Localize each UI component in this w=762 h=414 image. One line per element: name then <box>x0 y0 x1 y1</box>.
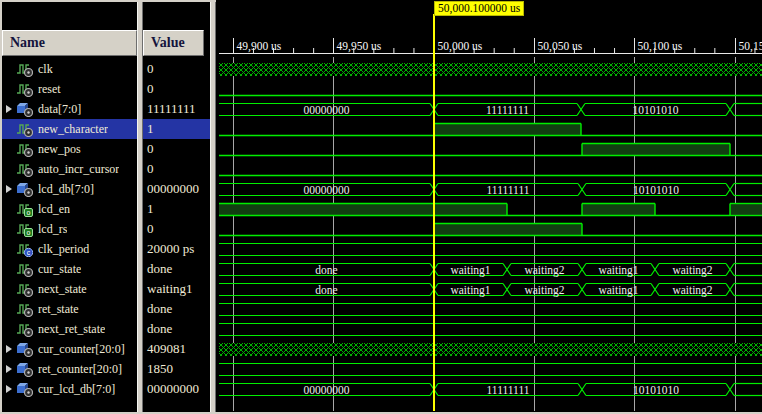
expand-arrow[interactable] <box>2 385 16 393</box>
signal-row-reset[interactable]: reset <box>2 79 137 99</box>
signal-value-cur_state[interactable]: done <box>143 259 210 279</box>
signal-name: cur_state <box>38 259 81 279</box>
value-column-header: Value <box>143 30 204 56</box>
svg-text:c: c <box>27 249 31 256</box>
signal-value-new_character[interactable]: 1 <box>143 119 210 139</box>
bus-value-label: 11111111 <box>486 384 529 396</box>
signal-row-new_pos[interactable]: new_pos <box>2 139 137 159</box>
panel-splitter[interactable] <box>137 0 143 414</box>
waveform-row-lcd_rs <box>219 223 762 236</box>
signal-row-data[7:0][interactable]: data[7:0] <box>2 99 137 119</box>
signal-name: clk <box>38 59 53 79</box>
waveform-row-clk_period <box>219 244 762 256</box>
signal-row-clk_period[interactable]: cclk_period <box>2 239 137 259</box>
bus-value-label: 10101010 <box>633 384 679 396</box>
signal-name-panel: clkresetdata[7:0]new_characternew_posaut… <box>2 0 137 414</box>
signal-value-ret_counter[20:0][interactable]: 1850 <box>143 359 210 379</box>
signal-row-next_state[interactable]: next_state <box>2 279 137 299</box>
bit-internal-icon <box>16 62 34 76</box>
signal-value-new_pos[interactable]: 0 <box>143 139 210 159</box>
signal-row-auto_incr_cursor[interactable]: auto_incr_cursor <box>2 159 137 179</box>
signal-value-reset[interactable]: 0 <box>143 79 210 99</box>
window-border-top <box>0 0 216 2</box>
bus-value-label: waiting1 <box>450 284 490 297</box>
expand-arrow[interactable] <box>2 345 16 353</box>
signal-row-lcd_db[7:0][interactable]: lcd_db[7:0] <box>2 179 137 199</box>
bit-internal-icon <box>16 122 34 136</box>
signal-row-next_ret_state[interactable]: next_ret_state <box>2 319 137 339</box>
waveform-row-lcd_en <box>219 203 762 216</box>
bus-value-label: 11111111 <box>486 184 529 196</box>
axis-tick-label: 50,100 us <box>638 40 683 53</box>
window-border-left <box>0 0 2 414</box>
expand-arrow[interactable] <box>2 185 16 193</box>
signal-row-ret_counter[20:0][interactable]: ret_counter[20:0] <box>2 359 137 379</box>
signal-row-clk[interactable]: clk <box>2 59 137 79</box>
signal-name: reset <box>38 79 61 99</box>
bus-value-label: waiting1 <box>598 284 638 297</box>
signal-value: 1 <box>143 199 154 219</box>
signal-row-lcd_rs[interactable]: olcd_rs <box>2 219 137 239</box>
waveform-panel: 0000000011111111101010100000000011111111… <box>216 0 762 414</box>
waveform-row-data[7:0]: 000000001111111110101010 <box>219 104 762 116</box>
signal-value-lcd_en[interactable]: 1 <box>143 199 210 219</box>
bus-value-label: waiting2 <box>672 264 712 277</box>
signal-value-cur_counter[20:0][interactable]: 409081 <box>143 339 210 359</box>
signal-value-lcd_rs[interactable]: 0 <box>143 219 210 239</box>
signal-value-clk_period[interactable]: 20000 ps <box>143 239 210 259</box>
axis-tick-label: 50,150 us <box>739 40 762 53</box>
signal-value-cur_lcd_db[7:0][interactable]: 00000000 <box>143 379 210 399</box>
bit-internal-icon <box>16 262 34 276</box>
bit-const-icon: c <box>16 242 34 256</box>
signal-row-new_character[interactable]: new_character <box>2 119 137 139</box>
signal-value-next_ret_state[interactable]: done <box>143 319 210 339</box>
name-header-label: Name <box>10 35 45 50</box>
panel-splitter[interactable] <box>210 0 216 414</box>
expand-arrow[interactable] <box>2 105 16 113</box>
svg-text:o: o <box>27 209 31 216</box>
signal-row-lcd_en[interactable]: olcd_en <box>2 199 137 219</box>
signal-value-data[7:0][interactable]: 11111111 <box>143 99 210 119</box>
signal-name: new_pos <box>38 139 81 159</box>
bus-icon <box>16 102 34 116</box>
bus-value-label: waiting2 <box>672 284 712 297</box>
cursor-time-label: 50,000.100000 us <box>434 1 524 16</box>
bus-value-label: waiting2 <box>524 264 564 277</box>
bus-value-label: 11111111 <box>486 104 529 116</box>
bus-icon <box>16 362 34 376</box>
signal-row-cur_state[interactable]: cur_state <box>2 259 137 279</box>
signal-value-clk[interactable]: 0 <box>143 59 210 79</box>
waveform-canvas[interactable]: 0000000011111111101010100000000011111111… <box>216 0 762 414</box>
bit-internal-icon <box>16 282 34 296</box>
signal-value-auto_incr_cursor[interactable]: 0 <box>143 159 210 179</box>
signal-row-cur_counter[20:0][interactable]: cur_counter[20:0] <box>2 339 137 359</box>
waveform-row-clk <box>219 63 762 76</box>
signal-value-lcd_db[7:0][interactable]: 00000000 <box>143 179 210 199</box>
bit-internal-icon <box>16 142 34 156</box>
waveform-row-lcd_db[7:0]: 000000001111111110101010 <box>219 184 762 196</box>
signal-name: lcd_db[7:0] <box>38 179 94 199</box>
axis-tick-label: 50,000 us <box>438 40 483 53</box>
signal-name: cur_lcd_db[7:0] <box>38 379 115 399</box>
expand-arrow[interactable] <box>2 365 16 373</box>
waveform-row-new_pos <box>219 143 762 156</box>
signal-value: 0 <box>143 139 154 159</box>
bus-value-label: 10101010 <box>633 104 679 116</box>
bus-value-label: 00000000 <box>304 184 350 196</box>
signal-value: 11111111 <box>143 99 196 119</box>
signal-row-ret_state[interactable]: ret_state <box>2 299 137 319</box>
name-column-header: Name <box>2 30 137 56</box>
waveform-row-ret_counter[20:0] <box>219 364 762 376</box>
signal-value: 0 <box>143 159 154 179</box>
signal-row-cur_lcd_db[7:0][interactable]: cur_lcd_db[7:0] <box>2 379 137 399</box>
signal-value: 1 <box>143 119 154 139</box>
bus-value-label: done <box>315 264 337 276</box>
waveform-row-next_state: donewaiting1waiting2waiting1waiting2 <box>219 284 762 297</box>
signal-value-ret_state[interactable]: done <box>143 299 210 319</box>
signal-name: clk_period <box>38 239 89 259</box>
signal-value: done <box>143 319 172 339</box>
signal-value-next_state[interactable]: waiting1 <box>143 279 210 299</box>
bit-internal-icon <box>16 82 34 96</box>
axis-tick-label: 49,950 us <box>337 40 382 53</box>
signal-value: 409081 <box>143 339 186 359</box>
